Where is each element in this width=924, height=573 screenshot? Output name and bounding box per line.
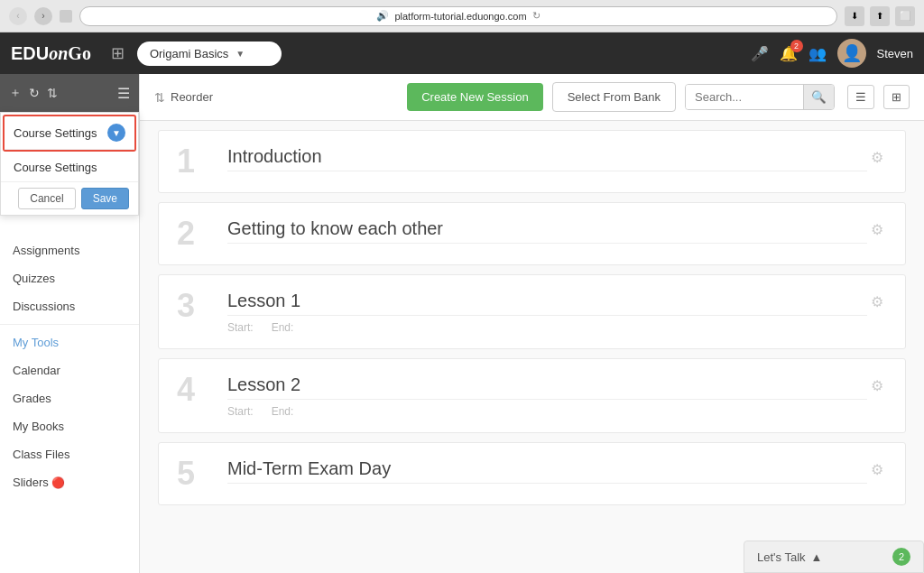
save-button[interactable]: Save bbox=[81, 188, 129, 209]
grid-menu-icon[interactable]: ⊞ bbox=[107, 40, 128, 67]
search-icon[interactable]: 🔍 bbox=[803, 85, 834, 109]
session-content: Lesson 1 Start: End: bbox=[227, 290, 867, 334]
session-content: Lesson 2 Start: End: bbox=[227, 374, 867, 418]
sidebar-section-mytools: My Tools bbox=[0, 328, 139, 356]
select-from-bank-button[interactable]: Select From Bank bbox=[552, 82, 676, 112]
more-icon[interactable]: ⬜ bbox=[895, 6, 915, 26]
lets-talk-chevron-icon: ▲ bbox=[811, 550, 823, 564]
browser-back-btn[interactable]: ‹ bbox=[9, 7, 27, 25]
session-item: 2 Getting to know each other ⚙ bbox=[158, 202, 906, 265]
url-bar: 🔊 platform-tutorial.eduongo.com ↻ bbox=[79, 6, 837, 26]
top-nav: EDUonGo ⊞ Origami Basics ▼ 🎤 🔔 2 👥 👤 Ste… bbox=[0, 32, 924, 74]
session-meta: Start: End: bbox=[227, 405, 867, 418]
logo: EDUonGo bbox=[11, 43, 91, 64]
session-title: Introduction bbox=[227, 145, 867, 167]
notifications-icon[interactable]: 🔔 2 bbox=[780, 45, 798, 62]
session-title: Lesson 1 bbox=[227, 290, 867, 311]
session-number: 3 bbox=[177, 290, 213, 322]
browser-chrome: ‹ › 🔊 platform-tutorial.eduongo.com ↻ ⬇ … bbox=[0, 0, 924, 32]
session-content: Mid-Term Exam Day bbox=[227, 457, 867, 484]
session-start: Start: bbox=[227, 321, 254, 334]
main-layout: ＋ ↻ ⇅ ☰ Course Settings ▼ Course Setting… bbox=[0, 74, 924, 573]
browser-actions: ⬇ ⬆ ⬜ bbox=[845, 6, 915, 26]
sidebar-refresh-icon[interactable]: ↻ bbox=[29, 86, 40, 100]
reorder-label: Reorder bbox=[171, 90, 213, 104]
microphone-icon[interactable]: 🎤 bbox=[751, 45, 769, 62]
share-icon[interactable]: ⬆ bbox=[870, 6, 890, 26]
lets-talk-widget[interactable]: Let's Talk ▲ 2 bbox=[744, 541, 924, 573]
course-dropdown[interactable]: Origami Basics ▼ bbox=[137, 42, 282, 66]
session-content: Introduction bbox=[227, 145, 867, 171]
dropdown-chevron-icon: ▼ bbox=[236, 49, 245, 59]
session-gear-icon[interactable]: ⚙ bbox=[867, 145, 887, 170]
content-area: ⇅ Reorder Create New Session Select From… bbox=[140, 74, 924, 573]
sound-icon: 🔊 bbox=[376, 10, 389, 22]
sidebar-add-icon[interactable]: ＋ bbox=[9, 85, 22, 101]
grid-view-button[interactable]: ⊞ bbox=[883, 85, 910, 109]
session-content: Getting to know each other bbox=[227, 217, 867, 244]
users-icon[interactable]: 👥 bbox=[808, 45, 827, 62]
url-text: platform-tutorial.eduongo.com bbox=[394, 11, 526, 22]
app-wrapper: EDUonGo ⊞ Origami Basics ▼ 🎤 🔔 2 👥 👤 Ste… bbox=[0, 32, 924, 573]
course-settings-header: Course Settings ▼ bbox=[5, 116, 134, 150]
top-nav-right: 🎤 🔔 2 👥 👤 Steven bbox=[751, 39, 913, 68]
sidebar-item-sliders[interactable]: Sliders 🔴 bbox=[0, 468, 139, 496]
session-title: Lesson 2 bbox=[227, 374, 867, 395]
session-start: Start: bbox=[227, 405, 254, 418]
session-item: 3 Lesson 1 Start: End: ⚙ bbox=[158, 274, 906, 349]
session-number: 4 bbox=[177, 374, 213, 406]
sidebar-item-calendar[interactable]: Calendar bbox=[0, 356, 139, 384]
course-settings-menu-item[interactable]: Course Settings bbox=[1, 153, 138, 181]
search-container: 🔍 bbox=[685, 84, 835, 110]
reorder-icon: ⇅ bbox=[154, 90, 165, 105]
sidebar-item-discussions[interactable]: Discussions bbox=[0, 292, 139, 320]
course-settings-red-border: Course Settings ▼ bbox=[3, 115, 136, 152]
browser-window-btn bbox=[60, 10, 72, 23]
session-item: 4 Lesson 2 Start: End: ⚙ bbox=[158, 358, 906, 433]
course-settings-toggle-icon[interactable]: ▼ bbox=[107, 124, 125, 142]
lets-talk-text: Let's Talk bbox=[757, 550, 806, 564]
create-session-button[interactable]: Create New Session bbox=[407, 83, 543, 111]
sidebar-toolbar: ＋ ↻ ⇅ ☰ bbox=[0, 74, 139, 112]
cancel-button[interactable]: Cancel bbox=[18, 188, 75, 209]
sidebar-nav: Assignments Quizzes Discussions My Tools… bbox=[0, 229, 139, 504]
session-meta: Start: End: bbox=[227, 321, 867, 334]
session-gear-icon[interactable]: ⚙ bbox=[867, 374, 887, 398]
avatar: 👤 bbox=[837, 39, 866, 68]
session-gear-icon[interactable]: ⚙ bbox=[867, 217, 887, 242]
course-name: Origami Basics bbox=[150, 47, 228, 60]
sidebar-divider bbox=[0, 324, 139, 325]
session-gear-icon[interactable]: ⚙ bbox=[867, 457, 887, 482]
session-number: 1 bbox=[177, 145, 213, 178]
notification-badge: 2 bbox=[790, 40, 803, 52]
download-icon[interactable]: ⬇ bbox=[845, 6, 864, 26]
sidebar-menu-icon[interactable]: ☰ bbox=[117, 85, 130, 102]
sidebar: ＋ ↻ ⇅ ☰ Course Settings ▼ Course Setting… bbox=[0, 74, 140, 573]
sessions-list: 1 Introduction ⚙ 2 Getting to know each … bbox=[140, 121, 924, 573]
session-gear-icon[interactable]: ⚙ bbox=[867, 290, 887, 314]
lets-talk-badge: 2 bbox=[892, 548, 910, 566]
sidebar-item-quizzes[interactable]: Quizzes bbox=[0, 264, 139, 292]
browser-forward-btn[interactable]: › bbox=[34, 7, 52, 25]
session-end: End: bbox=[272, 405, 294, 418]
session-number: 2 bbox=[177, 217, 213, 250]
list-view-button[interactable]: ☰ bbox=[847, 85, 874, 109]
sidebar-item-mybooks[interactable]: My Books bbox=[0, 412, 139, 440]
session-title: Mid-Term Exam Day bbox=[227, 457, 867, 479]
session-end: End: bbox=[272, 321, 294, 334]
sidebar-item-grades[interactable]: Grades bbox=[0, 384, 139, 412]
content-toolbar: ⇅ Reorder Create New Session Select From… bbox=[140, 74, 924, 121]
session-item: 1 Introduction ⚙ bbox=[158, 130, 906, 193]
sidebar-item-assignments[interactable]: Assignments bbox=[0, 236, 139, 264]
dropdown-buttons: Cancel Save bbox=[1, 181, 138, 215]
reorder-button[interactable]: ⇅ Reorder bbox=[154, 87, 213, 108]
course-settings-dropdown: Course Settings ▼ Course Settings Cancel… bbox=[0, 112, 139, 216]
search-input[interactable] bbox=[686, 85, 803, 109]
lets-talk-label: Let's Talk ▲ bbox=[757, 550, 822, 564]
username: Steven bbox=[877, 47, 913, 60]
sidebar-arrows-icon[interactable]: ⇅ bbox=[47, 86, 58, 100]
sidebar-item-classfiles[interactable]: Class Files bbox=[0, 440, 139, 468]
session-title: Getting to know each other bbox=[227, 217, 867, 239]
session-item: 5 Mid-Term Exam Day ⚙ bbox=[158, 442, 906, 505]
refresh-icon: ↻ bbox=[532, 10, 541, 22]
